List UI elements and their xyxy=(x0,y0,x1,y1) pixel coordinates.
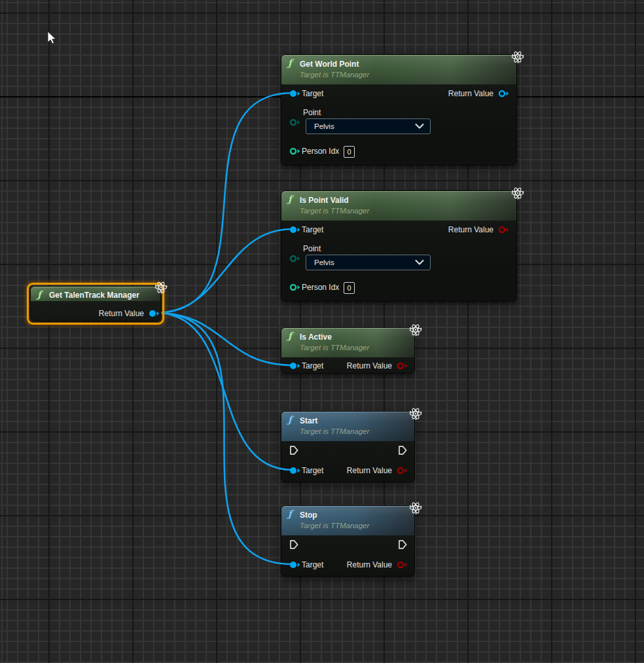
is-active-return-value-pin[interactable] xyxy=(397,362,408,370)
is-point-valid-person-idx-pin[interactable] xyxy=(289,283,301,291)
node-start[interactable]: ƒStartTarget is TTManagerTargetReturn Va… xyxy=(281,411,415,482)
is-point-valid-target-pin[interactable] xyxy=(289,226,301,234)
get-world-point-return-value-pin[interactable] xyxy=(498,90,510,98)
start-target-pin[interactable] xyxy=(289,467,301,475)
get-world-point-point-pin[interactable] xyxy=(289,118,301,126)
wire-connection[interactable] xyxy=(156,93,293,313)
node-subtitle: Target is TTManager xyxy=(300,71,369,79)
start-return-value-pin[interactable] xyxy=(397,467,408,475)
pin-label: Target xyxy=(302,466,323,475)
function-icon: ƒ xyxy=(288,58,292,68)
stop-target-pin[interactable] xyxy=(289,561,301,569)
node-title: Is Active xyxy=(300,332,332,342)
pin-label: Target xyxy=(302,89,323,98)
node-is-active[interactable]: ƒIs ActiveTarget is TTManagerTargetRetur… xyxy=(281,327,415,374)
chevron-down-icon xyxy=(415,124,424,130)
node-get-world-point[interactable]: ƒGet World PointTarget is TTManagerTarge… xyxy=(281,54,517,166)
node-title: Is Point Valid xyxy=(300,196,349,205)
wire-connection[interactable] xyxy=(156,229,293,313)
pin-label: Target xyxy=(302,560,323,569)
node-get-talentrack-manager[interactable]: ƒGet TalenTrack ManagerReturn Value xyxy=(30,286,161,321)
pin-label: Return Value xyxy=(448,225,493,234)
orbit-icon xyxy=(509,48,526,68)
node-subtitle: Target is TTManager xyxy=(300,427,369,435)
node-title: Get World Point xyxy=(300,60,359,69)
orbit-icon xyxy=(407,405,424,425)
node-header: ƒIs ActiveTarget is TTManager xyxy=(281,328,414,357)
wire-connection[interactable] xyxy=(156,313,293,365)
stop-return-value-pin[interactable] xyxy=(397,561,408,569)
pin-label: Return Value xyxy=(347,361,392,370)
function-icon: ƒ xyxy=(288,414,292,425)
get-talentrack-manager-return-value-pin[interactable] xyxy=(149,310,160,317)
is-active-target-pin[interactable] xyxy=(289,362,301,370)
chevron-down-icon xyxy=(415,260,424,266)
is-point-valid-dropdown[interactable]: Pelvis xyxy=(306,255,431,270)
function-icon: ƒ xyxy=(37,289,41,300)
node-is-point-valid[interactable]: ƒIs Point ValidTarget is TTManagerTarget… xyxy=(281,190,517,302)
orbit-icon xyxy=(407,499,424,519)
node-subtitle: Target is TTManager xyxy=(300,207,369,215)
pin-label: Target xyxy=(302,225,323,234)
node-stop[interactable]: ƒStopTarget is TTManagerTargetReturn Val… xyxy=(281,505,415,577)
node-header: ƒGet World PointTarget is TTManager xyxy=(281,55,516,84)
node-subtitle: Target is TTManager xyxy=(300,344,369,351)
start-exec-in-pin[interactable] xyxy=(289,445,299,456)
wire-connection[interactable] xyxy=(156,313,293,564)
orbit-icon xyxy=(407,321,424,341)
get-world-point-dropdown[interactable]: Pelvis xyxy=(306,118,431,134)
pin-label: Target xyxy=(302,361,323,370)
dropdown-value: Pelvis xyxy=(314,259,334,266)
wire-connection[interactable] xyxy=(156,313,293,470)
node-title: Get TalenTrack Manager xyxy=(49,291,139,300)
blueprint-graph-canvas[interactable]: ƒGet World PointTarget is TTManagerTarge… xyxy=(0,0,644,663)
field-label: Point xyxy=(303,108,321,117)
pin-label: Return Value xyxy=(99,309,144,318)
dropdown-value: Pelvis xyxy=(314,122,334,130)
mouse-cursor xyxy=(47,31,60,48)
node-header: ƒGet TalenTrack Manager xyxy=(31,287,160,301)
orbit-icon xyxy=(509,185,526,204)
node-header: ƒIs Point ValidTarget is TTManager xyxy=(281,191,516,221)
is-point-valid-return-value-pin[interactable] xyxy=(498,226,510,234)
get-world-point-target-pin[interactable] xyxy=(289,90,301,98)
node-title: Start xyxy=(300,416,317,425)
pin-label: Person Idx xyxy=(302,283,339,292)
field-label: Point xyxy=(303,244,321,253)
node-subtitle: Target is TTManager xyxy=(300,522,369,529)
is-point-valid-point-pin[interactable] xyxy=(289,255,301,262)
node-header: ƒStopTarget is TTManager xyxy=(281,506,414,535)
function-icon: ƒ xyxy=(288,509,292,519)
pin-label: Return Value xyxy=(347,466,392,475)
pin-label: Person Idx xyxy=(302,147,339,156)
pin-label: Return Value xyxy=(347,560,392,569)
node-header: ƒStartTarget is TTManager xyxy=(281,412,414,441)
function-icon: ƒ xyxy=(288,194,292,204)
get-world-point-value-input[interactable]: 0 xyxy=(344,146,355,158)
is-point-valid-value-input[interactable]: 0 xyxy=(344,282,355,294)
get-world-point-person-idx-pin[interactable] xyxy=(289,147,301,155)
stop-exec-in-pin[interactable] xyxy=(289,539,299,550)
pin-label: Return Value xyxy=(448,89,493,98)
stop-exec-out-pin[interactable] xyxy=(397,539,408,550)
node-title: Stop xyxy=(300,511,317,520)
function-icon: ƒ xyxy=(288,331,292,341)
start-exec-out-pin[interactable] xyxy=(397,445,408,456)
orbit-icon xyxy=(152,279,170,298)
